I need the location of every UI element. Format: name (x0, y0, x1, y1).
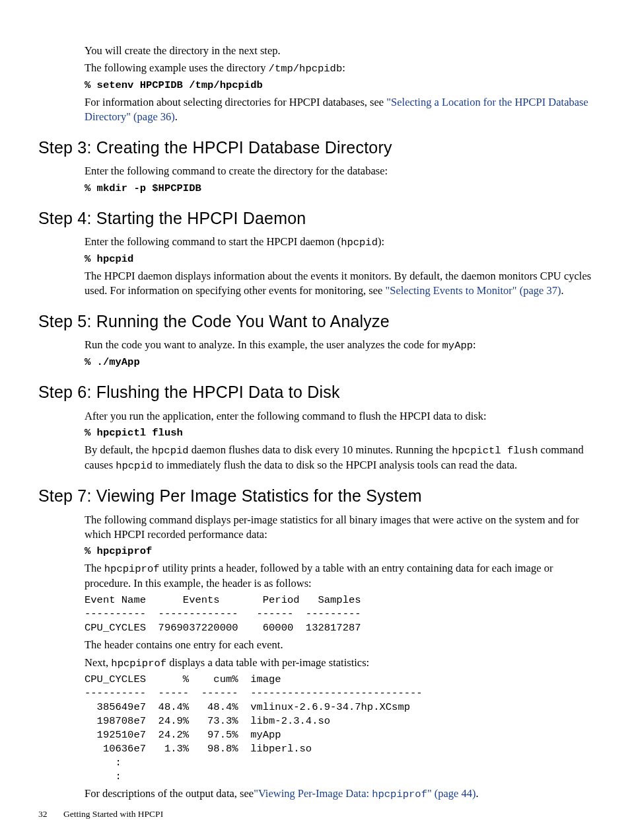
step7-heading: Step 7: Viewing Per Image Statistics for… (38, 485, 592, 508)
step7-cmd: % hpcpiprof (85, 545, 592, 558)
intro-line-1: You will create the directory in the nex… (85, 44, 592, 58)
page-footer: 32Getting Started with HPCPI (38, 808, 163, 820)
step6-cmd: % hpcpictl flush (85, 426, 592, 440)
step4-p1: Enter the following command to start the… (85, 235, 592, 250)
step7-p5: For descriptions of the output data, see… (85, 786, 592, 802)
step6-p1: After you run the application, enter the… (85, 409, 592, 424)
step5-p1: Run the code you want to analyze. In thi… (85, 338, 592, 353)
step7-p2: The hpcpiprof utility prints a header, f… (85, 561, 592, 591)
step3-heading: Step 3: Creating the HPCPI Database Dire… (38, 137, 592, 159)
step4-heading: Step 4: Starting the HPCPI Daemon (38, 208, 592, 230)
step3-p1: Enter the following command to create th… (85, 164, 592, 178)
step4-p2: The HPCPI daemon displays information ab… (85, 269, 592, 299)
step5-cmd: % ./myApp (85, 356, 592, 369)
step7-p3: The header contains one entry for each e… (85, 638, 592, 652)
step3-cmd: % mkdir -p $HPCPIDB (85, 182, 592, 196)
step7-p1: The following command displays per-image… (85, 513, 592, 543)
step5-heading: Step 5: Running the Code You Want to Ana… (38, 311, 592, 333)
link-selecting-events[interactable]: "Selecting Events to Monitor" (page 37) (386, 284, 561, 297)
step6-p2: By default, the hpcpid daemon flushes da… (85, 443, 592, 473)
intro-line-2: The following example uses the directory… (85, 61, 592, 76)
step7-data-table: CPU_CYCLES % cum% image ---------- -----… (85, 673, 592, 783)
step4-cmd: % hpcpid (85, 252, 592, 266)
step6-heading: Step 6: Flushing the HPCPI Data to Disk (38, 381, 592, 404)
link-viewing-per-image[interactable]: "Viewing Per-Image Data: hpcpiprof" (pag… (254, 787, 475, 800)
step7-p4: Next, hpcpiprof displays a data table wi… (85, 656, 592, 671)
intro-cmd: % setenv HPCPIDB /tmp/hpcpidb (85, 79, 592, 93)
footer-text: Getting Started with HPCPI (63, 809, 163, 819)
intro-line-3: For information about selecting director… (85, 95, 592, 125)
step7-header-table: Event Name Events Period Samples -------… (85, 593, 592, 635)
page-number: 32 (38, 808, 63, 820)
